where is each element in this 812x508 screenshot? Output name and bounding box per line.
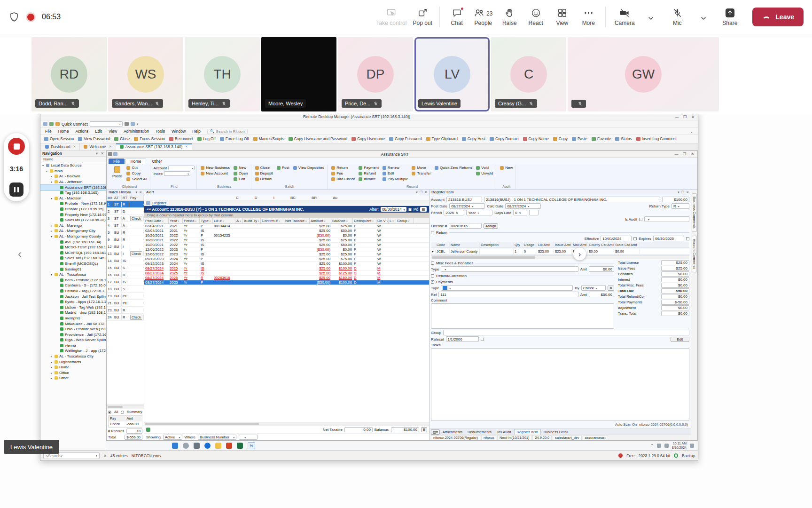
collapse-ribbon-chevron[interactable]: ⌄ xyxy=(690,129,696,134)
showing-combo[interactable]: Active▾ xyxy=(163,435,182,440)
nav-tree-item[interactable]: SalesTax (172.18.95.22) xyxy=(40,217,106,223)
register-tab[interactable]: Register xyxy=(152,201,166,206)
item-column-header[interactable]: Lic Amt xyxy=(537,242,554,247)
column-header[interactable]: Type xyxy=(200,218,213,223)
register-row[interactable]: 08/27/20242025YrIS$25.00$125.00DM xyxy=(144,271,429,276)
detail-tab[interactable]: Business Detail xyxy=(541,429,570,435)
group-field[interactable] xyxy=(443,330,689,335)
horizontal-scrollbar[interactable] xyxy=(107,405,144,409)
batch-row[interactable]: 5 BU R Check xyxy=(107,229,144,236)
scroll-participants-left-button[interactable]: ‹ xyxy=(18,247,22,261)
pause-recording-button[interactable] xyxy=(9,183,23,197)
ribbon-button[interactable]: New Account xyxy=(200,171,231,176)
payment-amount-field[interactable]: $50.00 xyxy=(589,292,614,297)
tree-expander-icon[interactable]: ▾ xyxy=(50,197,53,200)
minimize-button[interactable]: — xyxy=(673,115,681,119)
detail-tab[interactable]: Disbursements xyxy=(465,429,494,435)
group-letter-button[interactable]: BR xyxy=(312,196,317,200)
session-tab[interactable]: Dashboard ✕ xyxy=(41,143,80,150)
toolbar-button[interactable]: Copy Username xyxy=(350,136,387,142)
nav-tree-item[interactable]: Riga - Web Server Spillman (19... xyxy=(40,337,106,343)
nav-tree-item[interactable]: MCSO-TEST (192.168.161.102) xyxy=(40,245,106,250)
nav-tree-item[interactable]: ▾ AL - Montgomery County xyxy=(40,234,106,239)
ribbon-button[interactable]: Pay Multiple xyxy=(382,176,409,182)
column-header[interactable]: L xyxy=(389,218,396,223)
batch-row[interactable]: 19 BU PE... Check xyxy=(107,293,144,300)
ribbon-tab[interactable]: File xyxy=(109,159,125,164)
effective-checkbox[interactable] xyxy=(633,237,637,240)
ribbon-button[interactable]: Select All xyxy=(125,176,148,182)
close-panel-icon[interactable]: ✕ xyxy=(686,190,689,194)
nav-tree-item[interactable]: ▾ Local Data Source xyxy=(40,163,106,168)
toolbar-button[interactable]: View Password xyxy=(76,136,112,142)
ribbon-tab[interactable]: Home xyxy=(125,158,147,164)
maximize-button[interactable]: ❐ xyxy=(680,152,688,156)
item-column-header[interactable]: County Cst Amt xyxy=(588,242,614,247)
refresh-icon[interactable] xyxy=(55,122,60,126)
toolbar-button[interactable]: Force Log Off xyxy=(218,136,251,142)
column-header[interactable]: Post Date xyxy=(144,218,169,223)
nav-tree-item[interactable]: Oslo - Probate Web (192.168.1... xyxy=(40,326,106,332)
nav-tree-item[interactable]: ▾ AL - Jefferson xyxy=(40,179,106,185)
return-checkbox[interactable] xyxy=(431,231,434,234)
tree-expander-icon[interactable]: ▸ xyxy=(50,371,53,374)
toolbar-button[interactable]: Log Off xyxy=(195,136,218,142)
minimize-button[interactable]: — xyxy=(672,152,680,156)
pin-icon[interactable]: ▾ xyxy=(136,190,138,194)
nav-tree-item[interactable]: Probate (172.18.95.15) xyxy=(40,206,106,212)
audit-combo[interactable]: ▾ xyxy=(644,216,689,222)
assign-button[interactable]: Assign xyxy=(484,223,498,229)
expires-checkbox[interactable] xyxy=(686,237,689,240)
nav-tree-item[interactable]: ▸ Other xyxy=(40,375,106,381)
batch-row[interactable]: 17 BU IS Check xyxy=(107,278,144,286)
item-column-header[interactable]: Mail Amt xyxy=(572,242,588,247)
nav-tree-item[interactable]: ▾ AL - Tuscaloosa xyxy=(40,272,106,278)
item-column-header[interactable]: Qty xyxy=(514,242,523,247)
detail-tab[interactable]: Attachments xyxy=(440,429,465,435)
scroll-participants-right-button[interactable]: › xyxy=(573,248,586,261)
nav-tree-item[interactable]: Assurance SRT (192.168.3... xyxy=(40,184,106,190)
account-name-field[interactable]: 213816(BUSJ) - 1 ON 1 TECHNICAL COLLEGE … xyxy=(484,197,660,202)
tree-expander-icon[interactable]: ▸ xyxy=(50,229,53,232)
leave-button[interactable]: Leave xyxy=(752,8,804,26)
item-grid-row[interactable]: ▸ JCBLJefferson County10$25.00$25.00$0.0… xyxy=(431,249,689,254)
item-column-header[interactable]: Description xyxy=(480,242,514,247)
toolbar-button[interactable]: Copy Name xyxy=(521,136,551,142)
tray-network-icon[interactable] xyxy=(657,444,661,448)
payment-ref-field[interactable]: 111 xyxy=(438,292,578,297)
ribbon-button[interactable]: Fee xyxy=(330,171,356,176)
account-code-field[interactable]: 213816-BUSJ xyxy=(446,197,482,202)
ribbon-button[interactable]: Payment xyxy=(358,165,380,170)
close-button[interactable]: ✕ xyxy=(689,115,697,119)
column-header[interactable]: A xyxy=(235,218,243,223)
active-app-icon[interactable]: % xyxy=(248,442,255,449)
menu-item[interactable]: Actions xyxy=(72,128,91,134)
participant-tile[interactable]: GW xyxy=(568,37,719,111)
edit-icon[interactable] xyxy=(49,122,54,126)
toolbar-button[interactable]: Copy Domain xyxy=(488,136,521,142)
maximize-button[interactable]: ❐ xyxy=(681,115,689,119)
nav-tree-item[interactable]: Jackson - Jail Test Spillman (17... xyxy=(40,294,106,299)
item-column-header[interactable]: Usage xyxy=(523,242,537,247)
session-tab[interactable]: Welcome ✕ xyxy=(80,143,116,150)
menu-item[interactable]: Home xyxy=(55,128,72,134)
payment-type-combo[interactable]: ▾ xyxy=(441,285,573,291)
edit-button[interactable]: Edit xyxy=(671,337,689,342)
tree-expander-icon[interactable]: ▸ xyxy=(50,360,53,364)
batch-row[interactable]: 13 BU I Check xyxy=(107,250,144,257)
nav-tree-item[interactable]: ▸ Digicontracts xyxy=(40,359,106,365)
calc-date-picker[interactable]: 08/27/2024▾ xyxy=(505,203,541,209)
edge-icon[interactable] xyxy=(204,443,211,449)
tree-expander-icon[interactable]: ▾ xyxy=(45,169,48,173)
column-header[interactable]: Confirm # xyxy=(261,218,284,223)
register-row[interactable]: 12/06/20222023YrIS$25.00$25.00FW xyxy=(144,252,429,257)
calendar-button[interactable]: ▦ xyxy=(420,207,427,212)
toolbar-button[interactable]: Focus Session xyxy=(132,136,167,142)
batch-row[interactable]: 18 BU S Check xyxy=(107,286,144,293)
toolbar-button[interactable]: Copy xyxy=(551,136,570,142)
period-spinner[interactable]: 2025⇅ xyxy=(444,210,464,215)
menu-item[interactable]: Tools xyxy=(153,128,168,134)
close-panel-icon[interactable]: ✕ xyxy=(424,190,427,194)
maximize-icon[interactable]: ❐ xyxy=(420,190,422,194)
nav-tree-item[interactable]: MCVFSQL (192.168.161.37) xyxy=(40,250,106,256)
